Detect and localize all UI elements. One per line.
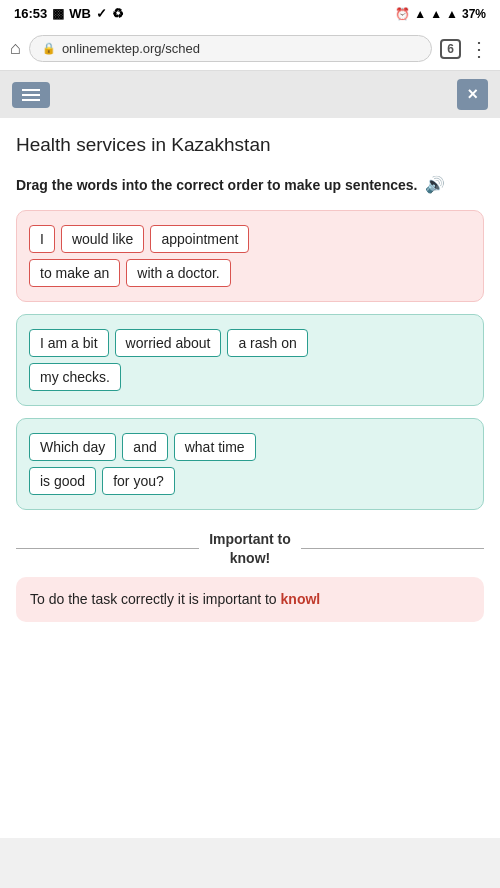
word-row-3-2: is good for you? [29, 467, 471, 495]
wb-label: WB [69, 6, 91, 21]
word-chip[interactable]: and [122, 433, 167, 461]
bottom-card: To do the task correctly it is important… [16, 577, 484, 622]
word-row-2-1: I am a bit worried about a rash on [29, 329, 471, 357]
status-bar: 16:53 ▩ WB ✓ ♻ ⏰ ▲ ▲ ▲ 37% [0, 0, 500, 27]
left-line [16, 548, 199, 550]
audio-icon[interactable]: 🔊 [425, 174, 445, 196]
share-icon: ♻ [112, 6, 124, 21]
word-chip[interactable]: I am a bit [29, 329, 109, 357]
bottom-card-text: To do the task correctly it is important… [30, 591, 277, 607]
battery-display: 37% [462, 7, 486, 21]
page-title: Health services in Kazakhstan [16, 134, 484, 156]
word-chip[interactable]: for you? [102, 467, 175, 495]
hamburger-line-3 [22, 99, 40, 101]
word-chip[interactable]: to make an [29, 259, 120, 287]
time-display: 16:53 [14, 6, 47, 21]
word-row-3-1: Which day and what time [29, 433, 471, 461]
right-line [301, 548, 484, 550]
word-chip[interactable]: I [29, 225, 55, 253]
alarm-icon: ⏰ [395, 7, 410, 21]
main-content: Health services in Kazakhstan Drag the w… [0, 118, 500, 838]
sim-icon: ▩ [52, 6, 64, 21]
word-chip[interactable]: appointment [150, 225, 249, 253]
lock-icon: 🔒 [42, 42, 56, 55]
url-box[interactable]: 🔒 onlinemektep.org/sched [29, 35, 432, 62]
network-icon: ▲ [446, 7, 458, 21]
url-text: onlinemektep.org/sched [62, 41, 200, 56]
close-button[interactable]: × [457, 79, 488, 110]
sentence-card-2: I am a bit worried about a rash on my ch… [16, 314, 484, 406]
word-chip[interactable]: Which day [29, 433, 116, 461]
word-chip[interactable]: with a doctor. [126, 259, 231, 287]
instructions-text: Drag the words into the correct order to… [16, 174, 484, 196]
sentence-card-1: I would like appointment to make an with… [16, 210, 484, 302]
check-icon: ✓ [96, 6, 107, 21]
word-row-2-2: my checks. [29, 363, 471, 391]
word-row-1-1: I would like appointment [29, 225, 471, 253]
word-row-1-2: to make an with a doctor. [29, 259, 471, 287]
home-icon[interactable]: ⌂ [10, 38, 21, 59]
word-chip[interactable]: my checks. [29, 363, 121, 391]
instructions-label: Drag the words into the correct order to… [16, 177, 417, 193]
word-chip[interactable]: is good [29, 467, 96, 495]
hamburger-button[interactable] [12, 82, 50, 108]
hamburger-line-1 [22, 89, 40, 91]
hamburger-line-2 [22, 94, 40, 96]
browser-bar: ⌂ 🔒 onlinemektep.org/sched 6 ⋮ [0, 27, 500, 71]
word-chip[interactable]: what time [174, 433, 256, 461]
toolbar: × [0, 71, 500, 118]
more-options-icon[interactable]: ⋮ [469, 37, 490, 61]
sentence-card-3: Which day and what time is good for you? [16, 418, 484, 510]
word-chip[interactable]: a rash on [227, 329, 307, 357]
wifi-icon: ▲ [430, 7, 442, 21]
important-section: Important toknow! [16, 530, 484, 566]
important-label: Important toknow! [199, 530, 301, 566]
status-right: ⏰ ▲ ▲ ▲ 37% [395, 7, 486, 21]
status-left: 16:53 ▩ WB ✓ ♻ [14, 6, 124, 21]
word-chip[interactable]: worried about [115, 329, 222, 357]
word-chip[interactable]: would like [61, 225, 144, 253]
knowl-highlight: knowl [281, 591, 321, 607]
tab-count[interactable]: 6 [440, 39, 461, 59]
signal-icon: ▲ [414, 7, 426, 21]
